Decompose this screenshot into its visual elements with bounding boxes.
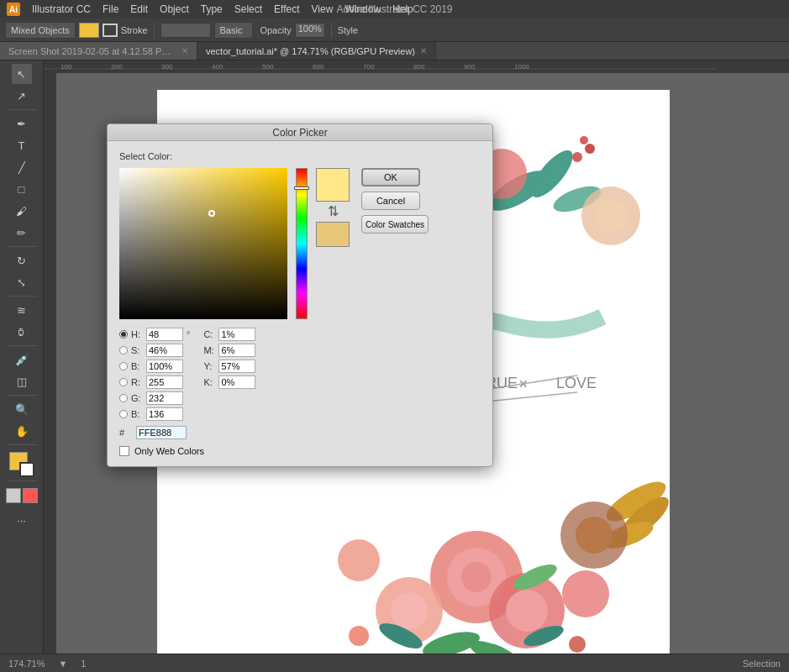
red-input[interactable] — [146, 375, 183, 389]
green-label: G: — [131, 393, 143, 403]
svg-point-44 — [506, 590, 548, 632]
canvas-area[interactable]: 100 200 300 400 500 600 700 800 900 1000 — [44, 60, 789, 654]
saturation-radio[interactable] — [119, 346, 128, 354]
options-toolbar: Mixed Objects Stroke Basic Opacity 100% … — [0, 18, 789, 42]
brightness-radio[interactable] — [119, 362, 128, 370]
direct-selection-tool[interactable]: ↗ — [12, 86, 32, 106]
svg-text:200: 200 — [111, 63, 123, 71]
hand-tool[interactable]: ✋ — [12, 421, 32, 441]
fill-color-swatch[interactable] — [79, 23, 99, 38]
mode-buttons — [6, 488, 38, 503]
blue-input[interactable] — [146, 407, 183, 421]
tool-divider5 — [7, 395, 37, 396]
stroke-indicator[interactable] — [103, 24, 118, 37]
svg-text:1000: 1000 — [514, 63, 529, 71]
stroke-box[interactable] — [19, 462, 34, 477]
menu-select[interactable]: Select — [234, 3, 262, 15]
green-radio[interactable] — [119, 394, 128, 402]
blue-radio[interactable] — [119, 410, 128, 418]
more-tools-btn[interactable]: ··· — [12, 510, 32, 530]
left-toolbar: ↖ ↗ ✒ T ╱ □ 🖌 ✏ ↻ ⤡ ≋ ⧮ 💉 ◫ 🔍 ✋ ··· — [0, 60, 44, 654]
cyan-input[interactable] — [218, 328, 255, 341]
tool-divider2 — [7, 246, 37, 247]
stroke-label: Stroke — [121, 25, 148, 35]
svg-text:100: 100 — [60, 63, 72, 71]
blend-tool[interactable]: ⧮ — [12, 322, 32, 342]
normal-mode-btn[interactable] — [6, 488, 21, 503]
menu-object[interactable]: Object — [160, 3, 189, 15]
type-tool[interactable]: T — [12, 135, 32, 155]
color-convert-icon[interactable]: ⇅ — [328, 205, 339, 218]
saturation-input[interactable] — [146, 344, 183, 357]
artboard-selector[interactable]: ▼ — [58, 659, 67, 669]
svg-text:400: 400 — [212, 63, 224, 71]
menu-edit[interactable]: Edit — [130, 3, 148, 15]
opacity-input[interactable]: 100% — [295, 23, 325, 38]
shape-tool[interactable]: □ — [12, 179, 32, 199]
menu-type[interactable]: Type — [201, 3, 223, 15]
fill-stroke-selector[interactable] — [9, 452, 34, 477]
tab-screenshot[interactable]: Screen Shot 2019-02-05 at 4.12.58 PM.png… — [0, 42, 197, 60]
brightness-label: B: — [131, 361, 143, 371]
tab-vector-close[interactable]: ✕ — [420, 46, 427, 55]
menu-bar: Ai Adobe Illustrator CC 2019 Illustrator… — [0, 0, 789, 18]
magenta-input[interactable] — [218, 344, 255, 357]
menu-file[interactable]: File — [103, 3, 118, 15]
brightness-row: B: — [119, 360, 190, 373]
eyedropper-tool[interactable]: 💉 — [12, 349, 32, 370]
hue-row: H: ° — [119, 328, 190, 341]
warp-tool[interactable]: ≋ — [12, 300, 32, 320]
tool-divider1 — [7, 109, 37, 110]
yellow-row: Y: — [203, 360, 255, 373]
style-label: Style — [338, 25, 358, 35]
tool-divider7 — [7, 480, 37, 481]
zoom-tool[interactable]: 🔍 — [12, 399, 32, 419]
color-swatches-button[interactable]: Color Swatches — [361, 215, 429, 234]
fill-objects-button[interactable]: Mixed Objects — [5, 22, 76, 39]
selection-tool[interactable]: ↖ — [12, 64, 32, 84]
line-tool[interactable]: ╱ — [12, 157, 32, 177]
quick-mask-btn[interactable] — [23, 488, 38, 503]
pencil-tool[interactable]: ✏ — [12, 223, 32, 243]
select-color-label: Select Color: — [119, 151, 481, 161]
svg-text:700: 700 — [363, 63, 375, 71]
gradient-tool[interactable]: ◫ — [12, 371, 32, 391]
gradient-brightness — [119, 168, 287, 319]
basic-dropdown[interactable]: Basic — [214, 22, 254, 39]
scale-tool[interactable]: ⤡ — [12, 272, 32, 292]
zoom-level[interactable]: 174.71% — [8, 659, 45, 669]
dialog-title-bar: Color Picker — [108, 124, 492, 141]
black-input[interactable] — [218, 375, 255, 389]
color-original-preview — [316, 222, 350, 247]
color-preview-column: ⇅ — [316, 168, 350, 247]
stroke-weight-input[interactable] — [160, 23, 211, 38]
values-section: H: ° S: — [119, 328, 481, 421]
artboard-container[interactable]: ♥ TRUE ✕ LOVE — [56, 73, 789, 654]
web-colors-checkbox[interactable] — [119, 446, 129, 456]
tab-screenshot-close[interactable]: ✕ — [181, 46, 188, 55]
gradient-picker[interactable] — [119, 168, 287, 319]
pen-tool[interactable]: ✒ — [12, 113, 32, 134]
rotate-tool[interactable]: ↻ — [12, 250, 32, 270]
paintbrush-tool[interactable]: 🖌 — [12, 201, 32, 221]
brightness-input[interactable] — [146, 360, 183, 373]
hex-label: # — [119, 428, 131, 438]
red-radio[interactable] — [119, 378, 128, 386]
hue-slider[interactable] — [296, 168, 308, 319]
hsb-group: H: ° S: — [119, 328, 190, 421]
yellow-input[interactable] — [218, 360, 255, 373]
menu-view[interactable]: View — [312, 3, 334, 15]
hex-row: # — [119, 426, 481, 439]
artboard-number: 1 — [81, 659, 86, 669]
green-input[interactable] — [146, 391, 183, 405]
ok-button[interactable]: OK — [361, 168, 420, 186]
tool-divider6 — [7, 444, 37, 445]
hue-radio[interactable] — [119, 330, 128, 339]
menu-illustrator[interactable]: Illustrator CC — [32, 3, 91, 15]
hue-input[interactable] — [146, 328, 183, 341]
menu-effect[interactable]: Effect — [274, 3, 299, 15]
cancel-button[interactable]: Cancel — [361, 192, 420, 210]
color-picker-dialog[interactable]: Color Picker Select Color: — [107, 123, 493, 467]
tab-vector[interactable]: vector_tutorial.ai* @ 174.71% (RGB/GPU P… — [197, 42, 436, 60]
hex-input[interactable] — [136, 426, 187, 439]
